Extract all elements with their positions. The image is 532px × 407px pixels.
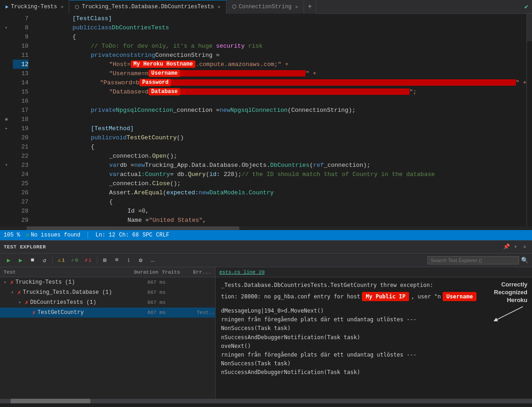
annotation-text: CorrectlyRecognizedHeroku [491,281,527,304]
code-line-16 [36,96,526,105]
bottom-h-scrollbar[interactable] [0,399,532,403]
sort-button[interactable]: ↕ [124,255,134,265]
panel-controls: 📌 ▾ ✕ [503,243,528,251]
run-all-button[interactable]: ▶ [4,255,14,265]
tree-item-db-countries-tests[interactable]: ▾ ✗ DbCountriesTests (1) 667 ms [0,297,215,308]
bottom-h-scrollbar-thumb[interactable] [11,399,90,403]
badge-pass[interactable]: ✓ 0 [69,257,80,264]
warn-count: 1 [62,258,65,263]
zoom-status[interactable]: 105 % [4,232,20,238]
collapse-icon-20[interactable]: ▸ [0,124,13,133]
test-tree: Test Duration Traits Err... ▾ ✗ Trucking… [0,267,216,399]
run-selected-button[interactable]: ▶ [16,255,26,265]
collapse-icon-26[interactable]: ▾ [0,160,13,170]
code-line-7: [TestClass] [36,14,526,23]
code-line-28: Id = 0, [36,206,526,215]
code-line-9: { [36,32,526,41]
code-editor[interactable]: [TestClass] public class DbCountriesTest… [32,14,526,226]
add-tab-button[interactable]: + [304,0,316,14]
fail-icon-database: ✗ [17,289,21,296]
tree-label-trucking: Trucking-Tests (1) [16,279,133,286]
code-line-8: public class DbCountriesTests [36,23,526,32]
collapse-icon-8[interactable]: ▸ [0,23,13,32]
stack-line-5: oveNext() [221,342,526,351]
tab-icon-db: ⬡ [75,4,79,10]
tab-close-conn[interactable]: ✕ [295,4,298,10]
tree-item-trucking-database[interactable]: ▾ ✗ Trucking_Tests.Database (1) 667 ms [0,287,215,297]
password-redacted [171,79,515,86]
pin-button[interactable]: 📌 [503,243,510,251]
tab-trucking-tests[interactable]: ▶ Trucking-Tests ✕ [0,0,69,14]
tree-item-trucking-tests[interactable]: ▾ ✗ Trucking-Tests (1) 667 ms [0,277,215,287]
tree-dur-test-get-country: 667 ms [133,310,169,315]
code-line-10: // ToDo: for dev only, it's a huge secur… [36,41,526,50]
no-issues-status[interactable]: ⊘ No issues found [26,232,80,239]
hostname-label: My Heroku Hostname [131,60,196,68]
check-icon: ⊘ [26,232,29,239]
col-number: Ch: 68 [119,232,139,238]
stack-trace: dMessageLong|194_0>d.MoveNext() rningen … [221,307,526,377]
code-line-18 [36,115,526,124]
col-test-label: Test [4,270,118,275]
search-icon[interactable]: 🔍 [521,257,528,264]
error-text-2: tion: 28000: no pg_hba.conf entry for ho… [221,292,360,301]
code-line-14: "Password=bPassword " + [36,78,526,87]
code-line-29: Name = "United States", [36,215,526,225]
test-toolbar: ▶ ▶ ■ ↺ ⚠ 1 ✓ 0 ✗ 1 ⊞ ≡ ↕ ⚙ … 🔍 [0,253,532,267]
tab-label-conn: ConnectionString [239,4,292,10]
tab-label-db: Trucking_Tests.Database.DbCountriesTests [82,4,214,10]
refresh-button[interactable]: ↺ [39,255,50,265]
settings-icon[interactable]: ⚙ [136,255,146,265]
more-options-icon[interactable]: … [148,255,158,265]
code-line-19: [TestMethod] [36,124,526,133]
test-explorer-header: Test Explorer 📌 ▾ ✕ [0,241,532,253]
tab-close-db[interactable]: ✕ [218,4,221,10]
pass-count: 0 [75,258,78,263]
cursor-position: Ln: 12 Ch: 68 SPC CRLF [95,232,169,238]
search-input[interactable] [427,256,519,264]
horizontal-scrollbar[interactable] [0,226,532,230]
search-box: 🔍 [427,256,528,264]
output-content: CorrectlyRecognizedHeroku _Tests [216,277,532,381]
tree-dur-db-countries: 667 ms [133,300,169,305]
tab-db-countries[interactable]: ⬡ Trucking_Tests.Database.DbCountriesTes… [69,0,226,14]
filter-button[interactable]: ⊞ [100,255,110,265]
col-duration-label: Duration [122,270,158,275]
tree-dur-database: 667 ms [133,290,169,295]
code-line-25: _connection.Close(); [36,179,526,188]
tab-close-trucking[interactable]: ✕ [61,4,63,10]
stack-line-4: nSuccessAndDebuggerNotification(Task tas… [221,333,526,342]
bookmark-icon-19[interactable]: ◉ [0,115,13,124]
svg-line-0 [495,307,523,320]
fail-icon-test-get-country: ✗ [32,309,36,316]
heroku-annotation: CorrectlyRecognizedHeroku [491,281,527,323]
annotation-arrow-svg [491,304,527,323]
editor-area: ▸ ◉ ▸ ▾ 7 8 9 10 [0,14,532,230]
pass-icon: ✓ [71,257,74,263]
file-link[interactable]: ests.cs line 20 [219,270,265,275]
scrollbar-thumb[interactable] [27,226,239,230]
minimap-thumb[interactable] [527,14,532,41]
group-by-button[interactable]: ≡ [112,255,122,265]
tab-icon-conn: ⬡ [232,4,237,10]
fail-icon-db-countries: ✗ [25,299,28,306]
code-line-13: "Username=nUsername " + [36,69,526,78]
database-label: Database [149,88,181,95]
test-explorer-panel: Test Explorer 📌 ▾ ✕ ▶ ▶ ■ ↺ ⚠ 1 ✓ 0 ✗ 1 … [0,240,532,403]
warn-icon: ⚠ [58,257,61,263]
stack-line-8: nSuccessAndDebuggerNotification(Task tas… [221,368,526,377]
error-text-3: , user "n [411,292,441,301]
code-line-21: { [36,142,526,151]
expand-icon-trucking: ▾ [2,280,8,285]
tree-item-test-get-country[interactable]: ✗ TestGetCountry 667 ms Test... [0,308,215,318]
tree-label-test-get-country: TestGetCountry [38,309,133,316]
stop-button[interactable]: ■ [28,255,38,265]
tab-connection-string[interactable]: ⬡ ConnectionString ✕ [227,0,304,14]
stack-line-6: rningen från föregående plats där ett un… [221,351,526,359]
output-header: ests.cs line 20 [216,267,532,277]
badge-fail[interactable]: ✗ 1 [82,257,94,264]
collapse-gutter: ▸ ◉ ▸ ▾ [0,14,13,226]
badge-warn[interactable]: ⚠ 1 [55,257,67,264]
chevron-down-icon[interactable]: ▾ [512,243,519,251]
close-panel-button[interactable]: ✕ [521,243,528,251]
